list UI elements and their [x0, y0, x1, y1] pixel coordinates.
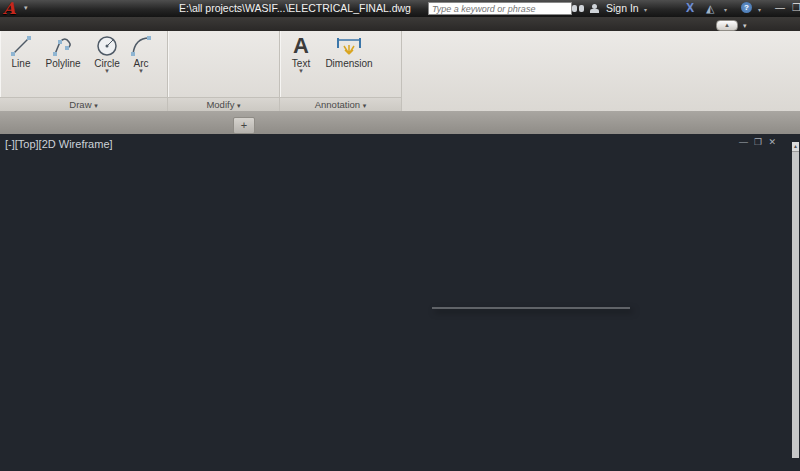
a360-caret-icon[interactable]: ▾: [724, 6, 727, 13]
title-bar: A ▾ E:\all projects\WASIF...\ELECTRICAL_…: [0, 0, 800, 17]
draw-panel-title[interactable]: Draw ▾: [0, 97, 167, 111]
help-caret-icon[interactable]: ▾: [758, 6, 761, 13]
arc-caret-icon[interactable]: ▼: [126, 69, 156, 74]
ribbon: Line Polyline Circle ▼: [0, 31, 800, 111]
dimension-button[interactable]: Dimension: [318, 34, 380, 69]
text-caret-icon[interactable]: ▼: [286, 69, 316, 74]
file-tab-bar: +: [0, 111, 800, 134]
line-button[interactable]: Line: [4, 34, 38, 69]
user-icon[interactable]: [590, 9, 599, 13]
panel-caret-icon: ▾: [363, 102, 367, 109]
circle-caret-icon[interactable]: ▼: [88, 69, 126, 74]
drawing-canvas[interactable]: [-][Top][2D Wireframe] — ❐ ✕ ▲: [0, 134, 800, 471]
autocad-logo-icon[interactable]: A: [3, 0, 15, 17]
sign-in-caret-icon[interactable]: ▾: [644, 6, 647, 13]
arc-button[interactable]: Arc ▼: [126, 34, 156, 74]
document-title: E:\all projects\WASIF...\ELECTRICAL_FINA…: [175, 2, 415, 14]
exchange-apps-icon[interactable]: X: [686, 1, 694, 15]
app-menu-caret-icon[interactable]: ▾: [24, 4, 28, 12]
ribbon-tab-bar: ▲ ▾: [0, 17, 800, 31]
search-icon[interactable]: [572, 5, 577, 12]
polyline-icon: [51, 34, 75, 58]
search-input[interactable]: [428, 2, 572, 15]
annotation-panel-title[interactable]: Annotation ▾: [280, 97, 401, 111]
a360-icon[interactable]: ◭: [706, 2, 714, 15]
circle-button[interactable]: Circle ▼: [88, 34, 126, 74]
autocad-window: A ▾ E:\all projects\WASIF...\ELECTRICAL_…: [0, 0, 800, 471]
ribbon-collapse-button[interactable]: ▲: [716, 20, 738, 31]
draw-panel: Line Polyline Circle ▼: [0, 31, 168, 111]
minimize-button[interactable]: —: [775, 2, 785, 13]
text-icon: A: [293, 33, 309, 58]
ribbon-collapse-caret-icon[interactable]: ▾: [743, 22, 747, 30]
polyline-button[interactable]: Polyline: [40, 34, 86, 69]
sign-in-button[interactable]: Sign In: [606, 2, 639, 14]
help-icon[interactable]: ?: [741, 2, 752, 13]
annotation-panel: A Text ▼ Dimension Annotation ▾: [280, 31, 402, 111]
text-button[interactable]: A Text ▼: [286, 34, 316, 74]
panel-caret-icon: ▾: [94, 102, 98, 109]
context-menu: [432, 307, 630, 309]
circle-icon: [95, 34, 119, 58]
line-icon: [9, 34, 33, 58]
maximize-button[interactable]: ❐: [792, 2, 800, 13]
modify-panel: Modify ▾: [168, 31, 280, 111]
new-drawing-tab-button[interactable]: +: [233, 117, 255, 134]
modify-panel-title[interactable]: Modify ▾: [168, 97, 279, 111]
dimension-icon: [334, 34, 364, 58]
arc-icon: [129, 34, 153, 58]
panel-caret-icon: ▾: [237, 102, 241, 109]
